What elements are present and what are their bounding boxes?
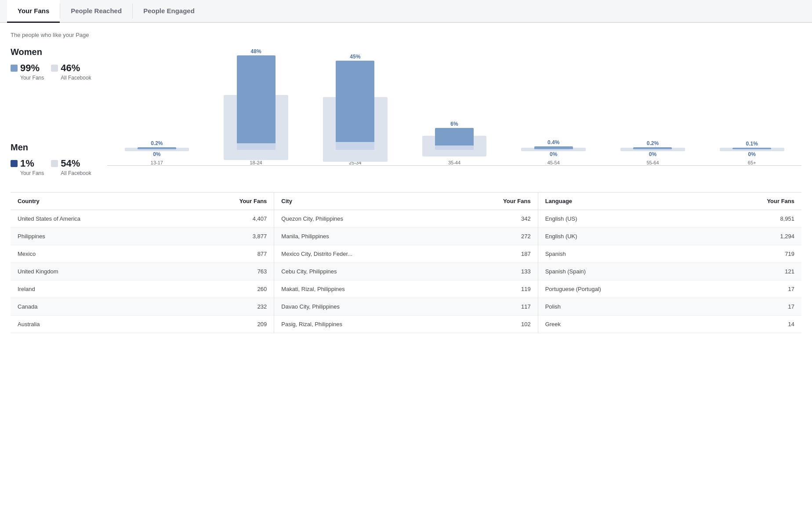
age-label: 35-44 [448,160,460,165]
women-legend-block: Women 99% Your Fans 46% [11,47,107,81]
tab-your-fans[interactable]: Your Fans [7,0,60,23]
women-bar-wrap: 0.2% [603,140,703,149]
row-name: Portuguese (Portugal) [538,280,703,298]
women-title: Women [11,47,107,57]
women-fb-color-pct: 46% [51,62,91,74]
row-fans: 102 [451,316,538,333]
table-row: Portuguese (Portugal) 17 [538,280,801,298]
city-col2-header: Your Fans [451,193,538,210]
tab-people-engaged[interactable]: People Engaged [133,0,205,23]
women-facebook-legend-item: 46% All Facebook [51,62,91,81]
men-fans-label: Your Fans [20,170,44,176]
men-fans-pct: 1% [20,158,34,169]
age-label: 65+ [748,160,756,165]
women-bar [336,61,374,142]
age-label: 45-54 [547,160,560,165]
country-table: Country Your Fans United States of Ameri… [11,193,274,333]
row-name: Manila, Philippines [274,228,451,245]
table-row: Quezon City, Philippines 342 [274,210,537,228]
table-row: Spanish 719 [538,245,801,263]
table-row: Canada 232 [11,298,274,316]
row-name: United Kingdom [11,263,181,280]
men-pct-label: 0% [550,151,557,157]
row-fans: 877 [181,245,274,263]
row-name: English (US) [538,210,703,228]
bar-chart: 0.2% 0% 13-17 48% [107,47,801,179]
men-fb-swatch [51,160,58,167]
men-bar-section: 0% [702,149,801,157]
women-pct-label: 0.2% [151,140,163,146]
women-fans-legend-item: 99% Your Fans [11,62,44,81]
women-pct-label: 0.2% [647,140,659,146]
city-col1-header: City [274,193,451,210]
men-fans-swatch [11,160,18,167]
table-row: Polish 17 [538,298,801,316]
women-fans-pct: 99% [20,62,40,74]
table-row: English (UK) 1,294 [538,228,801,245]
tabs-bar: Your Fans People Reached People Engaged [0,0,812,23]
men-legend-row: 1% Your Fans 54% All Facebook [11,158,107,176]
row-fans: 17 [703,280,801,298]
men-bar [138,149,176,150]
table-row: English (US) 8,951 [538,210,801,228]
table-row: Manila, Philippines 272 [274,228,537,245]
row-name: English (UK) [538,228,703,245]
country-table-block: Country Your Fans United States of Ameri… [11,193,274,333]
row-fans: 1,294 [703,228,801,245]
row-fans: 133 [451,263,538,280]
row-name: Spanish [538,245,703,263]
bar-group-35-44: 6% 0.1% 35-44 [405,51,504,165]
men-bar-section: 0.1% [405,145,504,157]
row-name: Ireland [11,280,181,298]
row-fans: 272 [451,228,538,245]
tab-people-reached[interactable]: People Reached [60,0,132,23]
language-table-block: Language Your Fans English (US) 8,951 En… [538,193,801,333]
table-row: Makati, Rizal, Philippines 119 [274,280,537,298]
men-bar-section: 0% [107,149,207,157]
age-label: 13-17 [151,160,163,165]
women-fans-color-pct: 99% [11,62,44,74]
table-row: Ireland 260 [11,280,274,298]
men-pct-label: 0% [748,151,756,157]
table-row: United States of America 4,407 [11,210,274,228]
row-name: Davao City, Philippines [274,298,451,316]
row-name: Canada [11,298,181,316]
row-name: Polish [538,298,703,316]
table-row: Australia 209 [11,316,274,333]
bar-group-25-34: 45% 0.3% 25-34 [305,51,405,165]
men-bar [435,145,474,150]
section-subtitle: The people who like your Page [11,32,801,38]
men-bar-section: 0.3% [305,142,405,157]
women-pct-label: 6% [450,121,458,127]
men-bar-section: 0% [504,149,603,157]
row-name: Makati, Rizal, Philippines [274,280,451,298]
row-name: Australia [11,316,181,333]
row-fans: 260 [181,280,274,298]
row-fans: 232 [181,298,274,316]
bar-group-65+: 0.1% 0% 65+ [702,51,801,165]
row-fans: 8,951 [703,210,801,228]
row-fans: 187 [451,245,538,263]
men-bar [237,143,276,150]
men-bar-section: 0.2% [207,143,306,157]
women-bar-wrap: 0.2% [107,140,207,149]
row-fans: 119 [451,280,538,298]
women-pct-label: 0.4% [547,139,559,145]
row-name: United States of America [11,210,181,228]
row-fans: 3,877 [181,228,274,245]
women-pct-label: 0.1% [746,141,758,147]
table-row: United Kingdom 763 [11,263,274,280]
table-row: Mexico 877 [11,245,274,263]
table-row: Pasig, Rizal, Philippines 102 [274,316,537,333]
women-bar-wrap: 0.4% [504,139,603,149]
language-col2-header: Your Fans [703,193,801,210]
row-fans: 14 [703,316,801,333]
row-fans: 4,407 [181,210,274,228]
men-title: Men [11,142,107,153]
chart-section: Women 99% Your Fans 46% [11,47,801,179]
row-fans: 719 [703,245,801,263]
women-bar [435,128,474,145]
men-fans-color-pct: 1% [11,158,44,169]
language-table: Language Your Fans English (US) 8,951 En… [538,193,801,333]
row-name: Quezon City, Philippines [274,210,451,228]
